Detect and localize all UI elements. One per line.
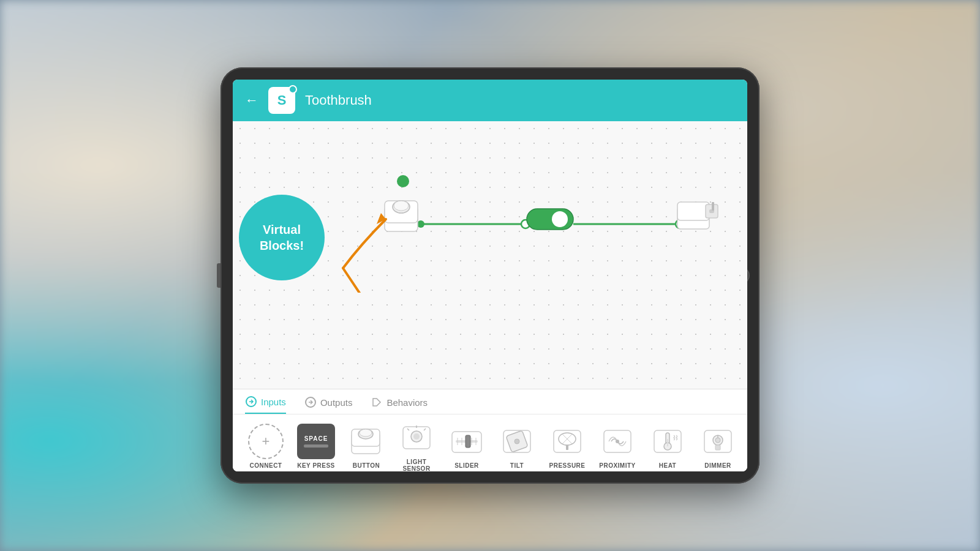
- svg-rect-53: [667, 439, 668, 446]
- light-sensor-icon-container: [397, 419, 436, 456]
- canvas-toggle-block[interactable]: [526, 204, 575, 237]
- block-keypress[interactable]: SPACE KEY PRESS: [293, 423, 339, 469]
- svg-rect-47: [566, 445, 568, 450]
- block-tilt[interactable]: TILT: [494, 423, 540, 469]
- block-slider[interactable]: SLIDER: [443, 423, 490, 469]
- svg-point-26: [360, 429, 372, 437]
- block-light-sensor[interactable]: LIGHT SENSOR: [393, 419, 440, 471]
- dimmer-svg: [699, 424, 736, 459]
- proximity-icon-container: [598, 423, 637, 460]
- canvas-device-block[interactable]: [674, 193, 723, 238]
- block-button[interactable]: BUTTON: [343, 423, 390, 469]
- block-dimmer[interactable]: DIMMER: [695, 423, 741, 469]
- svg-rect-58: [715, 445, 720, 450]
- pressure-svg: [549, 424, 586, 459]
- project-title: Toothbrush: [305, 92, 372, 108]
- svg-rect-18: [712, 202, 714, 207]
- connect-label: CONNECT: [250, 462, 282, 469]
- pressure-icon-container: [548, 423, 587, 460]
- tab-inputs[interactable]: Inputs: [245, 395, 286, 414]
- slider-label: SLIDER: [454, 462, 479, 469]
- heat-svg: [649, 424, 686, 459]
- dimmer-icon-container: [698, 423, 737, 460]
- tilt-label: TILT: [510, 462, 524, 469]
- slider-icon-container: [447, 423, 486, 460]
- connect-circle: +: [248, 424, 284, 459]
- block-proximity[interactable]: PROXIMITY: [594, 423, 641, 469]
- svg-point-10: [394, 201, 409, 211]
- connect-icon-container: +: [246, 423, 285, 460]
- device-block-icon: [674, 193, 723, 238]
- tab-behaviors-label: Behaviors: [386, 397, 428, 408]
- canvas-button-block[interactable]: [380, 195, 424, 239]
- light-sensor-svg: [398, 421, 435, 455]
- svg-point-29: [413, 433, 420, 440]
- button-block-icon: [380, 195, 424, 239]
- tablet-frame: ← S Toothbrush: [221, 67, 760, 484]
- blocks-row: + CONNECT SPACE KEY PRESS: [233, 414, 747, 471]
- keypress-block-icon: SPACE: [297, 424, 335, 459]
- tab-outputs[interactable]: Outputs: [304, 395, 353, 414]
- keypress-space-text: SPACE: [304, 435, 328, 442]
- proximity-svg: [599, 424, 636, 459]
- dimmer-label: DIMMER: [704, 462, 731, 469]
- tab-behaviors[interactable]: Behaviors: [371, 395, 428, 414]
- output-tab-icon: [304, 396, 317, 408]
- slider-svg: [448, 424, 485, 459]
- canvas-area[interactable]: VirtualBlocks!: [233, 121, 747, 389]
- svg-point-49: [616, 440, 619, 443]
- block-connect[interactable]: + CONNECT: [243, 423, 289, 469]
- button-label: BUTTON: [353, 462, 380, 469]
- heat-icon-container: [648, 423, 687, 460]
- svg-rect-35: [466, 435, 470, 448]
- tab-outputs-label: Outputs: [320, 397, 353, 408]
- svg-point-0: [397, 175, 409, 187]
- app-header: ← S Toothbrush: [233, 80, 747, 121]
- keypress-label: KEY PRESS: [297, 462, 335, 469]
- virtual-bubble-text: VirtualBlocks!: [260, 222, 304, 253]
- tablet-side-button: [217, 263, 221, 288]
- pressure-label: PRESSURE: [549, 462, 585, 469]
- tablet-screen: ← S Toothbrush: [233, 80, 747, 471]
- tab-bar: Inputs Outputs Behaviors: [233, 389, 747, 414]
- block-pressure[interactable]: PRESSURE: [544, 423, 590, 469]
- proximity-label: PROXIMITY: [599, 462, 636, 469]
- virtual-blocks-bubble: VirtualBlocks!: [239, 195, 325, 280]
- svg-point-12: [552, 211, 568, 227]
- tab-inputs-label: Inputs: [261, 397, 286, 407]
- button-block-svg: [348, 424, 385, 459]
- app-logo: S: [268, 87, 295, 114]
- back-button[interactable]: ←: [245, 92, 258, 108]
- toggle-block-icon: [526, 204, 575, 234]
- light-sensor-label: LIGHT SENSOR: [393, 459, 440, 471]
- behaviors-tab-icon: [371, 396, 383, 408]
- input-tab-icon: [245, 395, 257, 408]
- tilt-svg: [499, 424, 535, 459]
- keypress-icon-container: SPACE: [296, 423, 336, 460]
- button-icon-container: [347, 423, 386, 460]
- svg-point-56: [715, 438, 720, 443]
- block-heat[interactable]: HEAT: [644, 423, 691, 469]
- heat-label: HEAT: [659, 462, 676, 469]
- svg-rect-14: [677, 202, 709, 220]
- svg-point-42: [514, 439, 519, 444]
- tilt-icon-container: [497, 423, 537, 460]
- bottom-toolbar: Inputs Outputs Behaviors: [233, 389, 747, 471]
- keypress-key-bar: [304, 444, 328, 448]
